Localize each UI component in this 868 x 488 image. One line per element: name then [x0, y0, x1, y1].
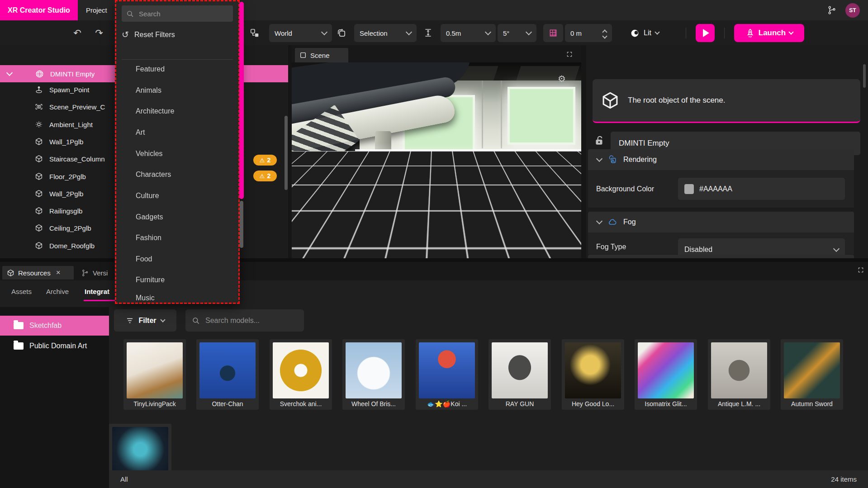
chevron-down-icon	[655, 29, 659, 34]
hierarchy-item-label: Wall_2Pglb	[49, 190, 83, 198]
filter-button[interactable]: Filter	[114, 309, 176, 332]
section-rendering[interactable]: Rendering	[588, 149, 854, 170]
background-color-input[interactable]: #AAAAAA	[678, 178, 845, 200]
reset-icon: ↺	[122, 29, 129, 40]
folder-sketchfab[interactable]: Sketchfab	[0, 316, 109, 336]
world-select-value: World	[275, 29, 292, 37]
model-card-label: Wheel Of Bris...	[342, 398, 405, 410]
spawn-icon	[35, 85, 43, 94]
model-card[interactable]: Otter-Chan	[196, 339, 259, 410]
rotate-snap-value: 5°	[503, 29, 509, 37]
warning-count: 2	[267, 172, 270, 180]
gizmo-center-handle[interactable]: H	[536, 217, 541, 223]
hierarchy-item-label: Dome_Roofglb	[49, 242, 95, 250]
category-vehicles[interactable]: Vehicles	[136, 150, 163, 158]
app-title[interactable]: XR Creator Studio	[0, 0, 78, 20]
chevron-down-icon[interactable]	[596, 156, 602, 162]
subtab-integrations[interactable]: Integrat	[85, 288, 109, 295]
selection-select[interactable]: Selection	[354, 24, 417, 42]
tab-resources[interactable]: Resources ×	[2, 266, 74, 280]
chevron-down-icon[interactable]	[6, 70, 13, 76]
warning-badge[interactable]: ⚠2	[253, 171, 277, 181]
close-icon[interactable]: ×	[56, 268, 61, 277]
model-card[interactable]: Hey Good Lo...	[562, 339, 624, 410]
category-gadgets[interactable]: Gadgets	[136, 213, 163, 221]
gizmo-y-handle[interactable]: Y	[532, 196, 545, 209]
warning-icon: ⚠	[260, 157, 265, 164]
dropdown-search[interactable]	[122, 5, 233, 22]
version-branch-icon[interactable]	[827, 5, 837, 15]
browser-footer: All 24 items	[109, 470, 868, 488]
gear-icon[interactable]: ⚙	[558, 73, 566, 84]
model-card[interactable]: Autumn Sword	[781, 339, 843, 410]
scene-viewport[interactable]: ⚙ Y X Z H F Focus Q E Rotate G Grab Esc …	[292, 62, 581, 258]
rotate-pivot-icon[interactable]	[337, 28, 347, 38]
expand-icon[interactable]	[858, 267, 864, 273]
dropdown-scrollbar-thumb[interactable]	[240, 201, 243, 248]
category-music[interactable]: Music	[136, 294, 155, 302]
category-architecture[interactable]: Architecture	[136, 107, 174, 115]
category-furniture[interactable]: Furniture	[136, 276, 165, 284]
subtab-assets[interactable]: Assets	[11, 288, 32, 295]
world-select[interactable]: World	[269, 24, 332, 42]
lock-icon[interactable]	[593, 135, 605, 147]
section-fog[interactable]: Fog	[588, 212, 854, 232]
subtab-archive[interactable]: Archive	[46, 288, 69, 295]
category-fashion[interactable]: Fashion	[136, 234, 161, 242]
category-art[interactable]: Art	[136, 128, 145, 137]
footer-all-label[interactable]: All	[120, 475, 128, 483]
menu-item-project[interactable]: Project	[80, 0, 114, 20]
stepper-arrows[interactable]	[603, 28, 607, 38]
category-characters[interactable]: Characters	[136, 171, 171, 179]
dropdown-search-input[interactable]	[138, 9, 221, 18]
grid-toggle-button[interactable]	[543, 24, 563, 42]
avatar[interactable]: ST	[845, 3, 860, 18]
undo-icon[interactable]: ↶	[69, 24, 86, 42]
category-featured[interactable]: Featured	[136, 65, 165, 73]
model-card[interactable]: 🐟⭐🍎Koi ...	[416, 339, 478, 410]
redo-icon[interactable]: ↷	[90, 24, 108, 42]
folder-label: Sketchfab	[29, 322, 62, 330]
model-search[interactable]	[185, 309, 304, 332]
reset-filters-button[interactable]: ↺ Reset Filters	[122, 29, 175, 40]
rotate-snap-select[interactable]: 5°	[498, 24, 536, 42]
folder-public-domain-art[interactable]: Public Domain Art	[0, 336, 109, 356]
search-icon	[126, 10, 134, 18]
fog-type-row: Fog Type Disabled	[588, 232, 854, 254]
move-snap-select[interactable]: 0.5m	[441, 24, 496, 42]
background-color-label: Background Color	[596, 185, 654, 193]
model-card[interactable]: RAY GUN	[489, 339, 551, 410]
expand-icon[interactable]	[566, 51, 573, 57]
model-card[interactable]: Wheel Of Bris...	[342, 339, 405, 410]
model-card[interactable]: TinyLivingPack	[123, 339, 186, 410]
category-culture[interactable]: Culture	[136, 192, 159, 200]
model-search-input[interactable]	[204, 316, 292, 325]
gizmo-x-handle[interactable]: X	[552, 214, 565, 227]
model-card[interactable]	[109, 424, 171, 470]
color-swatch[interactable]	[684, 184, 694, 194]
selection-select-value: Selection	[360, 29, 388, 37]
chevron-down-icon[interactable]	[596, 218, 602, 224]
tab-scene[interactable]: Scene	[295, 48, 348, 62]
gizmo-z-handle[interactable]: Z	[532, 223, 545, 236]
category-animals[interactable]: Animals	[136, 86, 161, 95]
model-card[interactable]: Isomatrix Glit...	[635, 339, 697, 410]
hierarchy-scrollbar[interactable]	[285, 116, 288, 190]
hierarchy-item-label: Scene_Preview_C	[49, 103, 105, 111]
tab-scene-label: Scene	[310, 52, 330, 59]
properties-scrollbar[interactable]	[863, 64, 866, 88]
launch-button[interactable]: Launch	[734, 24, 804, 42]
model-card[interactable]: Sverchok ani...	[270, 339, 332, 410]
gizmo-ghost-x[interactable]	[513, 215, 524, 226]
folder-label: Public Domain Art	[29, 342, 87, 350]
vertical-snap-icon[interactable]	[423, 28, 433, 38]
dropdown-scrollbar-highlight[interactable]	[239, 2, 244, 199]
category-food[interactable]: Food	[136, 255, 152, 263]
mesh-cube-icon	[35, 242, 43, 250]
model-card[interactable]: Antique L.M. ...	[708, 339, 770, 410]
play-button[interactable]	[696, 24, 715, 42]
grid-height-stepper[interactable]: 0 m	[565, 24, 612, 42]
transform-space-icon[interactable]	[250, 28, 260, 38]
shading-select[interactable]: Lit	[626, 24, 663, 42]
warning-badge[interactable]: ⚠2	[253, 155, 277, 166]
